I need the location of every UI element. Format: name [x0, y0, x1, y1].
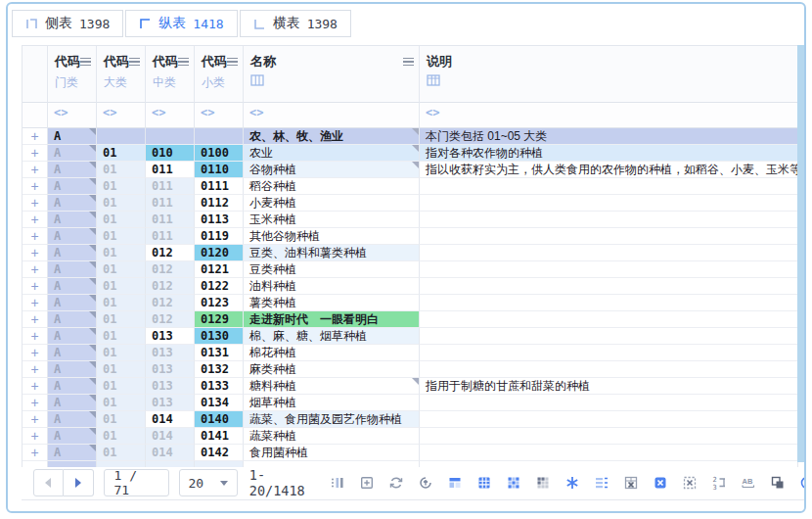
cell-code-dalei[interactable]: 01	[97, 295, 146, 311]
grid-gray-icon[interactable]	[535, 475, 551, 491]
cell-desc[interactable]	[420, 278, 798, 295]
ab-rename-icon[interactable]: AB	[741, 475, 756, 491]
cell-code-dalei[interactable]: 01	[97, 261, 146, 278]
cell-code-menlei[interactable]: A	[48, 261, 97, 278]
cell-name[interactable]: 棉花种植	[244, 345, 420, 361]
cell-code-zhonglei[interactable]: 011	[146, 178, 195, 195]
cell-desc[interactable]	[420, 212, 798, 228]
cell-code-zhonglei[interactable]: 013	[146, 345, 195, 361]
cell-code-dalei[interactable]: 01	[97, 178, 146, 195]
cell-code-dalei[interactable]: 01	[97, 245, 146, 261]
type-cell-string[interactable]: <>	[195, 103, 244, 128]
cell-code-dalei[interactable]: 01	[97, 378, 146, 395]
expand-row-button[interactable]: +	[23, 261, 48, 278]
cell-name[interactable]: 农业	[244, 145, 420, 162]
cell-code-xiaolei[interactable]: 0110	[195, 162, 244, 178]
tab-vertical-table[interactable]: 纵表 1418	[125, 10, 237, 37]
cell-code-menlei[interactable]: A	[48, 278, 97, 295]
edge-partial-icon[interactable]	[799, 475, 804, 491]
asterisk-icon[interactable]	[564, 475, 580, 491]
cell-code-dalei[interactable]: 01	[97, 328, 146, 345]
cell-code-xiaolei[interactable]: 0134	[195, 395, 244, 411]
cell-code-xiaolei[interactable]: 0113	[195, 212, 244, 228]
cell-code-zhonglei[interactable]: 012	[146, 311, 195, 328]
vertical-scrollbar[interactable]	[797, 45, 804, 462]
cell-code-zhonglei[interactable]: 012	[146, 295, 195, 311]
cell-code-dalei[interactable]: 01	[97, 162, 146, 178]
cell-name[interactable]: 蔬菜、食用菌及园艺作物种植	[244, 411, 420, 428]
expand-row-button[interactable]: +	[23, 178, 48, 195]
cell-desc[interactable]	[420, 361, 798, 378]
cell-code-menlei[interactable]: A	[48, 145, 97, 162]
row-list-icon[interactable]	[594, 475, 609, 491]
expand-row-button[interactable]: +	[23, 245, 48, 261]
column-menu-icon[interactable]	[227, 58, 238, 66]
cell-desc[interactable]	[420, 411, 798, 428]
cell-code-menlei[interactable]: A	[48, 445, 97, 461]
cell-name[interactable]: 小麦种植	[244, 195, 420, 212]
cell-code-menlei[interactable]: A	[48, 195, 97, 212]
cell-desc[interactable]: 指用于制糖的甘蔗和甜菜的种植	[420, 378, 798, 395]
cell-code-menlei[interactable]: A	[48, 428, 97, 445]
tab-side-table[interactable]: 侧表 1398	[12, 10, 123, 37]
cell-code-menlei[interactable]: A	[48, 345, 97, 361]
excel-grid-icon[interactable]	[623, 475, 639, 491]
expand-row-button[interactable]: +	[23, 278, 48, 295]
tab-horizontal-table[interactable]: 横表 1398	[240, 10, 351, 37]
cell-code-dalei[interactable]: 01	[97, 278, 146, 295]
cell-code-zhonglei[interactable]: 012	[146, 261, 195, 278]
cell-desc[interactable]: 本门类包括 01~05 大类	[420, 128, 798, 145]
cell-name[interactable]: 薯类种植	[244, 295, 420, 311]
expand-row-button[interactable]: +	[23, 411, 48, 428]
next-page-button[interactable]	[64, 469, 94, 496]
cell-name[interactable]: 油料种植	[244, 278, 420, 295]
cell-code-zhonglei[interactable]: 011	[146, 228, 195, 245]
cell-code-dalei[interactable]	[97, 128, 146, 145]
cell-code-xiaolei[interactable]: 0122	[195, 278, 244, 295]
cell-code-xiaolei[interactable]: 0129	[195, 311, 244, 328]
cell-code-zhonglei[interactable]: 014	[146, 428, 195, 445]
cell-code-menlei[interactable]: A	[48, 128, 97, 145]
cell-code-zhonglei[interactable]	[146, 128, 195, 145]
cell-code-dalei[interactable]: 01	[97, 345, 146, 361]
pattern-x-icon[interactable]	[682, 475, 698, 491]
cell-code-dalei[interactable]: 01	[97, 311, 146, 328]
cell-code-zhonglei[interactable]: 014	[146, 445, 195, 461]
cell-code-dalei[interactable]: 01	[97, 361, 146, 378]
cell-code-dalei[interactable]: 01	[97, 145, 146, 162]
cell-code-zhonglei[interactable]: 012	[146, 245, 195, 261]
cell-code-zhonglei[interactable]: 011	[146, 195, 195, 212]
expand-row-button[interactable]: +	[23, 195, 48, 212]
cell-name[interactable]: 谷物种植	[244, 162, 420, 178]
merge-squares-icon[interactable]	[770, 475, 786, 491]
cell-desc[interactable]	[420, 345, 798, 361]
cell-code-zhonglei[interactable]: 014	[146, 411, 195, 428]
cell-name[interactable]: 豆类种植	[244, 261, 420, 278]
cell-desc[interactable]	[420, 328, 798, 345]
cell-name[interactable]: 棉、麻、糖、烟草种植	[244, 328, 420, 345]
cell-code-menlei[interactable]: A	[48, 245, 97, 261]
cell-code-dalei[interactable]: 01	[97, 445, 146, 461]
cell-code-xiaolei[interactable]	[195, 128, 244, 145]
cell-code-xiaolei[interactable]: 0130	[195, 328, 244, 345]
expand-row-button[interactable]: +	[23, 228, 48, 245]
column-menu-icon[interactable]	[129, 58, 140, 66]
cell-code-xiaolei[interactable]: 0133	[195, 378, 244, 395]
cell-code-zhonglei[interactable]: 011	[146, 212, 195, 228]
type-cell-string[interactable]: <>	[244, 103, 420, 128]
cell-code-dalei[interactable]: 01	[97, 195, 146, 212]
cell-code-dalei[interactable]: 01	[97, 428, 146, 445]
cell-name[interactable]: 走进新时代 一眼看明白	[244, 311, 420, 328]
cell-code-menlei[interactable]: A	[48, 212, 97, 228]
cell-code-menlei[interactable]: A	[48, 295, 97, 311]
table-grid-icon[interactable]	[427, 74, 440, 86]
cell-desc[interactable]	[420, 245, 798, 261]
expand-row-button[interactable]: +	[23, 378, 48, 395]
cell-code-dalei[interactable]: 01	[97, 212, 146, 228]
refresh-icon[interactable]	[388, 475, 404, 491]
cell-desc[interactable]	[420, 445, 798, 461]
prev-page-button[interactable]	[33, 469, 64, 496]
insert-plus-icon[interactable]	[359, 475, 375, 491]
table-grid-icon[interactable]	[250, 74, 264, 86]
cell-name[interactable]: 豆类、油料和薯类种植	[244, 245, 420, 261]
